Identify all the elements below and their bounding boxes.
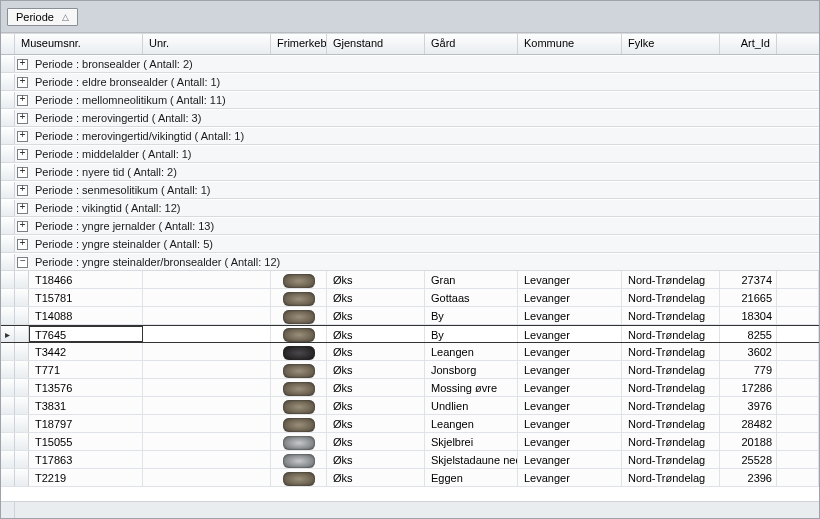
column-header-artid[interactable]: Art_Id (720, 34, 777, 54)
cell-museum[interactable]: T15781 (29, 289, 143, 306)
cell-kommune[interactable]: Levanger (518, 271, 622, 288)
cell-gjenstand[interactable]: Øks (327, 289, 425, 306)
expand-icon[interactable]: + (17, 59, 28, 70)
cell-artid[interactable]: 28482 (720, 415, 777, 432)
collapse-icon[interactable]: − (17, 257, 28, 268)
table-row[interactable]: T18797ØksLeangenLevangerNord-Trøndelag28… (1, 415, 819, 433)
cell-fylke[interactable]: Nord-Trøndelag (622, 451, 720, 468)
cell-gjenstand[interactable]: Øks (327, 271, 425, 288)
cell-unr[interactable] (143, 451, 271, 468)
column-header-gard[interactable]: Gård (425, 34, 518, 54)
table-row[interactable]: T15055ØksSkjelbreiLevangerNord-Trøndelag… (1, 433, 819, 451)
table-row[interactable]: T14088ØksByLevangerNord-Trøndelag18304 (1, 307, 819, 325)
cell-gard[interactable]: Jonsborg (425, 361, 518, 378)
expand-icon[interactable]: + (17, 95, 28, 106)
cell-unr[interactable] (143, 326, 271, 342)
cell-gjenstand[interactable]: Øks (327, 326, 425, 342)
cell-artid[interactable]: 8255 (720, 326, 777, 342)
cell-museum[interactable]: T17863 (29, 451, 143, 468)
cell-thumbnail[interactable] (271, 469, 327, 486)
cell-thumbnail[interactable] (271, 361, 327, 378)
cell-kommune[interactable]: Levanger (518, 415, 622, 432)
column-header-kommune[interactable]: Kommune (518, 34, 622, 54)
cell-artid[interactable]: 3976 (720, 397, 777, 414)
cell-gjenstand[interactable]: Øks (327, 451, 425, 468)
cell-thumbnail[interactable] (271, 326, 327, 342)
group-row[interactable]: +Periode : senmesolitikum ( Antall: 1) (1, 181, 819, 199)
cell-fylke[interactable]: Nord-Trøndelag (622, 379, 720, 396)
cell-unr[interactable] (143, 289, 271, 306)
cell-unr[interactable] (143, 379, 271, 396)
cell-fylke[interactable]: Nord-Trøndelag (622, 271, 720, 288)
expand-icon[interactable]: + (17, 131, 28, 142)
expand-icon[interactable]: + (17, 167, 28, 178)
group-row[interactable]: −Periode : yngre steinalder/bronsealder … (1, 253, 819, 271)
cell-gard[interactable]: Undlien (425, 397, 518, 414)
group-row[interactable]: +Periode : merovingertid ( Antall: 3) (1, 109, 819, 127)
cell-fylke[interactable]: Nord-Trøndelag (622, 415, 720, 432)
cell-fylke[interactable]: Nord-Trøndelag (622, 289, 720, 306)
cell-unr[interactable] (143, 433, 271, 450)
cell-unr[interactable] (143, 343, 271, 360)
expand-icon[interactable]: + (17, 149, 28, 160)
cell-gjenstand[interactable]: Øks (327, 397, 425, 414)
cell-fylke[interactable]: Nord-Trøndelag (622, 433, 720, 450)
cell-gard[interactable]: By (425, 307, 518, 324)
cell-thumbnail[interactable] (271, 397, 327, 414)
cell-artid[interactable]: 21665 (720, 289, 777, 306)
table-row[interactable]: T3442ØksLeangenLevangerNord-Trøndelag360… (1, 343, 819, 361)
cell-fylke[interactable]: Nord-Trøndelag (622, 326, 720, 342)
column-header-unr[interactable]: Unr. (143, 34, 271, 54)
group-row[interactable]: +Periode : mellomneolitikum ( Antall: 11… (1, 91, 819, 109)
cell-unr[interactable] (143, 397, 271, 414)
cell-museum[interactable]: T3831 (29, 397, 143, 414)
grid-body[interactable]: +Periode : bronsealder ( Antall: 2)+Peri… (1, 55, 819, 501)
horizontal-scrollbar[interactable] (1, 501, 819, 518)
cell-kommune[interactable]: Levanger (518, 397, 622, 414)
cell-gard[interactable]: Leangen (425, 415, 518, 432)
cell-gjenstand[interactable]: Øks (327, 307, 425, 324)
cell-artid[interactable]: 20188 (720, 433, 777, 450)
cell-gjenstand[interactable]: Øks (327, 379, 425, 396)
cell-museum[interactable]: T15055 (29, 433, 143, 450)
column-header-frimerkebilde[interactable]: Frimerkebilde (271, 34, 327, 54)
cell-unr[interactable] (143, 271, 271, 288)
cell-fylke[interactable]: Nord-Trøndelag (622, 469, 720, 486)
cell-kommune[interactable]: Levanger (518, 343, 622, 360)
cell-artid[interactable]: 779 (720, 361, 777, 378)
expand-icon[interactable]: + (17, 77, 28, 88)
cell-kommune[interactable]: Levanger (518, 326, 622, 342)
cell-fylke[interactable]: Nord-Trøndelag (622, 397, 720, 414)
cell-kommune[interactable]: Levanger (518, 289, 622, 306)
cell-museum[interactable]: T14088 (29, 307, 143, 324)
cell-unr[interactable] (143, 361, 271, 378)
expand-icon[interactable]: + (17, 239, 28, 250)
group-row[interactable]: +Periode : nyere tid ( Antall: 2) (1, 163, 819, 181)
expand-icon[interactable]: + (17, 203, 28, 214)
cell-fylke[interactable]: Nord-Trøndelag (622, 343, 720, 360)
cell-kommune[interactable]: Levanger (518, 379, 622, 396)
cell-gjenstand[interactable]: Øks (327, 343, 425, 360)
cell-gard[interactable]: Mossing øvre (425, 379, 518, 396)
cell-artid[interactable]: 2396 (720, 469, 777, 486)
cell-thumbnail[interactable] (271, 433, 327, 450)
cell-thumbnail[interactable] (271, 307, 327, 324)
cell-fylke[interactable]: Nord-Trøndelag (622, 307, 720, 324)
cell-museum[interactable]: T18466 (29, 271, 143, 288)
group-row[interactable]: +Periode : middelalder ( Antall: 1) (1, 145, 819, 163)
cell-gjenstand[interactable]: Øks (327, 469, 425, 486)
cell-gard[interactable]: Skjelbrei (425, 433, 518, 450)
cell-artid[interactable]: 27374 (720, 271, 777, 288)
cell-gjenstand[interactable]: Øks (327, 361, 425, 378)
cell-gard[interactable]: Gran (425, 271, 518, 288)
cell-unr[interactable] (143, 307, 271, 324)
cell-thumbnail[interactable] (271, 415, 327, 432)
table-row[interactable]: T15781ØksGottaasLevangerNord-Trøndelag21… (1, 289, 819, 307)
table-row[interactable]: T17863ØksSkjelstadaune nedreLevangerNord… (1, 451, 819, 469)
group-by-area[interactable]: Periode △ (1, 1, 819, 33)
cell-museum[interactable]: T18797 (29, 415, 143, 432)
cell-museum[interactable]: T13576 (29, 379, 143, 396)
cell-artid[interactable]: 18304 (720, 307, 777, 324)
cell-museum[interactable]: T2219 (29, 469, 143, 486)
expand-icon[interactable]: + (17, 221, 28, 232)
